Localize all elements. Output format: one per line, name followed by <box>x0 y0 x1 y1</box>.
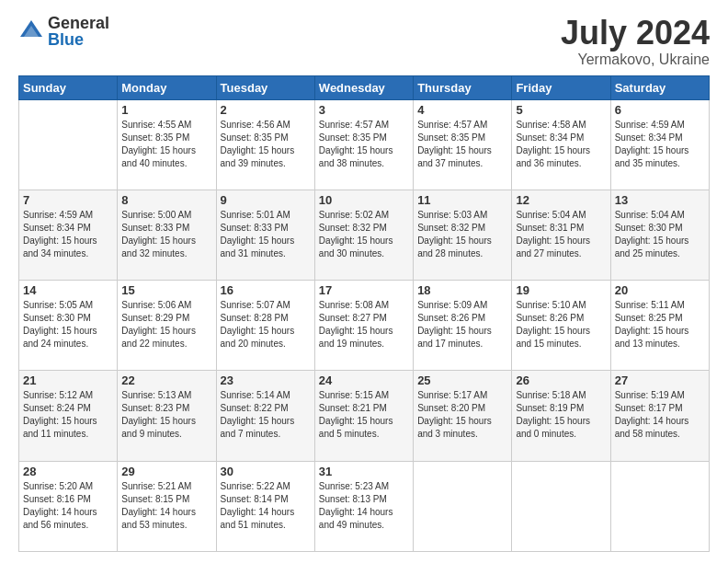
day-info: Sunrise: 5:02 AM Sunset: 8:32 PM Dayligh… <box>319 209 409 260</box>
table-row <box>512 461 610 551</box>
day-info: Sunrise: 5:04 AM Sunset: 8:31 PM Dayligh… <box>516 209 606 260</box>
day-info: Sunrise: 5:08 AM Sunset: 8:27 PM Dayligh… <box>319 299 409 350</box>
table-row: 25Sunrise: 5:17 AM Sunset: 8:20 PM Dayli… <box>414 371 512 461</box>
table-row: 27Sunrise: 5:19 AM Sunset: 8:17 PM Dayli… <box>610 371 709 461</box>
day-number: 5 <box>516 103 606 117</box>
table-row: 14Sunrise: 5:05 AM Sunset: 8:30 PM Dayli… <box>19 281 118 371</box>
day-number: 13 <box>615 193 705 207</box>
day-number: 6 <box>615 103 705 117</box>
day-info: Sunrise: 5:04 AM Sunset: 8:30 PM Dayligh… <box>615 209 705 260</box>
day-info: Sunrise: 5:12 AM Sunset: 8:24 PM Dayligh… <box>23 389 113 441</box>
table-row: 1Sunrise: 4:55 AM Sunset: 8:35 PM Daylig… <box>118 99 216 190</box>
day-number: 14 <box>23 283 113 297</box>
day-info: Sunrise: 5:00 AM Sunset: 8:33 PM Dayligh… <box>121 209 211 260</box>
table-row: 26Sunrise: 5:18 AM Sunset: 8:19 PM Dayli… <box>512 371 610 461</box>
day-info: Sunrise: 5:18 AM Sunset: 8:19 PM Dayligh… <box>516 389 606 441</box>
col-header-saturday: Saturday <box>610 75 709 99</box>
day-info: Sunrise: 5:09 AM Sunset: 8:26 PM Dayligh… <box>417 299 507 350</box>
table-row: 3Sunrise: 4:57 AM Sunset: 8:35 PM Daylig… <box>314 99 413 190</box>
table-row: 5Sunrise: 4:58 AM Sunset: 8:34 PM Daylig… <box>512 99 610 190</box>
table-row: 21Sunrise: 5:12 AM Sunset: 8:24 PM Dayli… <box>19 371 118 461</box>
day-number: 22 <box>121 373 211 387</box>
day-number: 24 <box>319 373 409 387</box>
table-row: 4Sunrise: 4:57 AM Sunset: 8:35 PM Daylig… <box>414 99 512 190</box>
day-info: Sunrise: 5:17 AM Sunset: 8:20 PM Dayligh… <box>417 389 507 441</box>
day-number: 28 <box>23 465 113 478</box>
day-info: Sunrise: 4:56 AM Sunset: 8:35 PM Dayligh… <box>221 119 311 170</box>
page: General Blue July 2024 Yermakovo, Ukrain… <box>0 0 728 563</box>
table-row: 17Sunrise: 5:08 AM Sunset: 8:27 PM Dayli… <box>314 281 413 371</box>
day-number: 4 <box>417 103 507 117</box>
table-row: 29Sunrise: 5:21 AM Sunset: 8:15 PM Dayli… <box>118 461 216 551</box>
table-row: 24Sunrise: 5:15 AM Sunset: 8:21 PM Dayli… <box>314 371 413 461</box>
day-info: Sunrise: 5:11 AM Sunset: 8:25 PM Dayligh… <box>615 299 705 350</box>
day-number: 16 <box>221 283 311 297</box>
day-number: 2 <box>221 103 311 117</box>
day-number: 29 <box>121 465 211 478</box>
day-info: Sunrise: 5:23 AM Sunset: 8:13 PM Dayligh… <box>319 480 409 532</box>
table-row: 19Sunrise: 5:10 AM Sunset: 8:26 PM Dayli… <box>512 281 610 371</box>
table-row: 2Sunrise: 4:56 AM Sunset: 8:35 PM Daylig… <box>216 99 314 190</box>
table-row: 28Sunrise: 5:20 AM Sunset: 8:16 PM Dayli… <box>19 461 118 551</box>
col-header-tuesday: Tuesday <box>216 75 314 99</box>
day-info: Sunrise: 5:20 AM Sunset: 8:16 PM Dayligh… <box>23 480 113 532</box>
calendar-week-row: 1Sunrise: 4:55 AM Sunset: 8:35 PM Daylig… <box>19 99 710 190</box>
day-info: Sunrise: 5:10 AM Sunset: 8:26 PM Dayligh… <box>516 299 606 350</box>
day-info: Sunrise: 4:58 AM Sunset: 8:34 PM Dayligh… <box>516 119 606 170</box>
calendar-week-row: 7Sunrise: 4:59 AM Sunset: 8:34 PM Daylig… <box>19 190 710 280</box>
day-info: Sunrise: 4:59 AM Sunset: 8:34 PM Dayligh… <box>23 209 113 260</box>
table-row: 30Sunrise: 5:22 AM Sunset: 8:14 PM Dayli… <box>216 461 314 551</box>
calendar-week-row: 21Sunrise: 5:12 AM Sunset: 8:24 PM Dayli… <box>19 371 710 461</box>
day-number: 7 <box>23 193 113 207</box>
table-row: 11Sunrise: 5:03 AM Sunset: 8:32 PM Dayli… <box>414 190 512 280</box>
day-info: Sunrise: 5:01 AM Sunset: 8:33 PM Dayligh… <box>221 209 311 260</box>
logo-icon <box>18 18 44 44</box>
day-info: Sunrise: 5:05 AM Sunset: 8:30 PM Dayligh… <box>23 299 113 350</box>
table-row: 6Sunrise: 4:59 AM Sunset: 8:34 PM Daylig… <box>610 99 709 190</box>
header: General Blue July 2024 Yermakovo, Ukrain… <box>18 15 710 68</box>
day-info: Sunrise: 5:22 AM Sunset: 8:14 PM Dayligh… <box>221 480 311 532</box>
calendar: Sunday Monday Tuesday Wednesday Thursday… <box>18 75 710 552</box>
day-info: Sunrise: 5:03 AM Sunset: 8:32 PM Dayligh… <box>417 209 507 260</box>
day-info: Sunrise: 4:59 AM Sunset: 8:34 PM Dayligh… <box>615 119 705 170</box>
day-number: 8 <box>121 193 211 207</box>
table-row: 12Sunrise: 5:04 AM Sunset: 8:31 PM Dayli… <box>512 190 610 280</box>
day-number: 23 <box>221 373 311 387</box>
day-number: 12 <box>516 193 606 207</box>
table-row: 23Sunrise: 5:14 AM Sunset: 8:22 PM Dayli… <box>216 371 314 461</box>
calendar-header-row: Sunday Monday Tuesday Wednesday Thursday… <box>19 75 710 99</box>
table-row: 8Sunrise: 5:00 AM Sunset: 8:33 PM Daylig… <box>118 190 216 280</box>
calendar-week-row: 28Sunrise: 5:20 AM Sunset: 8:16 PM Dayli… <box>19 461 710 551</box>
table-row: 16Sunrise: 5:07 AM Sunset: 8:28 PM Dayli… <box>216 281 314 371</box>
table-row: 31Sunrise: 5:23 AM Sunset: 8:13 PM Dayli… <box>314 461 413 551</box>
table-row: 7Sunrise: 4:59 AM Sunset: 8:34 PM Daylig… <box>19 190 118 280</box>
day-info: Sunrise: 5:13 AM Sunset: 8:23 PM Dayligh… <box>121 389 211 441</box>
day-info: Sunrise: 4:57 AM Sunset: 8:35 PM Dayligh… <box>319 119 409 170</box>
table-row <box>414 461 512 551</box>
col-header-thursday: Thursday <box>414 75 512 99</box>
day-number: 26 <box>516 373 606 387</box>
day-info: Sunrise: 5:07 AM Sunset: 8:28 PM Dayligh… <box>221 299 311 350</box>
table-row: 9Sunrise: 5:01 AM Sunset: 8:33 PM Daylig… <box>216 190 314 280</box>
day-number: 15 <box>121 283 211 297</box>
day-info: Sunrise: 5:06 AM Sunset: 8:29 PM Dayligh… <box>121 299 211 350</box>
day-number: 20 <box>615 283 705 297</box>
day-number: 21 <box>23 373 113 387</box>
day-number: 30 <box>221 465 311 478</box>
logo-general-text: General <box>48 15 109 31</box>
day-info: Sunrise: 4:55 AM Sunset: 8:35 PM Dayligh… <box>121 119 211 170</box>
table-row: 22Sunrise: 5:13 AM Sunset: 8:23 PM Dayli… <box>118 371 216 461</box>
table-row: 13Sunrise: 5:04 AM Sunset: 8:30 PM Dayli… <box>610 190 709 280</box>
table-row: 10Sunrise: 5:02 AM Sunset: 8:32 PM Dayli… <box>314 190 413 280</box>
day-number: 11 <box>417 193 507 207</box>
day-info: Sunrise: 5:14 AM Sunset: 8:22 PM Dayligh… <box>221 389 311 441</box>
day-number: 3 <box>319 103 409 117</box>
day-number: 25 <box>417 373 507 387</box>
day-number: 18 <box>417 283 507 297</box>
day-info: Sunrise: 5:15 AM Sunset: 8:21 PM Dayligh… <box>319 389 409 441</box>
day-number: 27 <box>615 373 705 387</box>
table-row: 20Sunrise: 5:11 AM Sunset: 8:25 PM Dayli… <box>610 281 709 371</box>
main-title: July 2024 <box>561 15 710 52</box>
col-header-friday: Friday <box>512 75 610 99</box>
subtitle: Yermakovo, Ukraine <box>561 52 710 68</box>
